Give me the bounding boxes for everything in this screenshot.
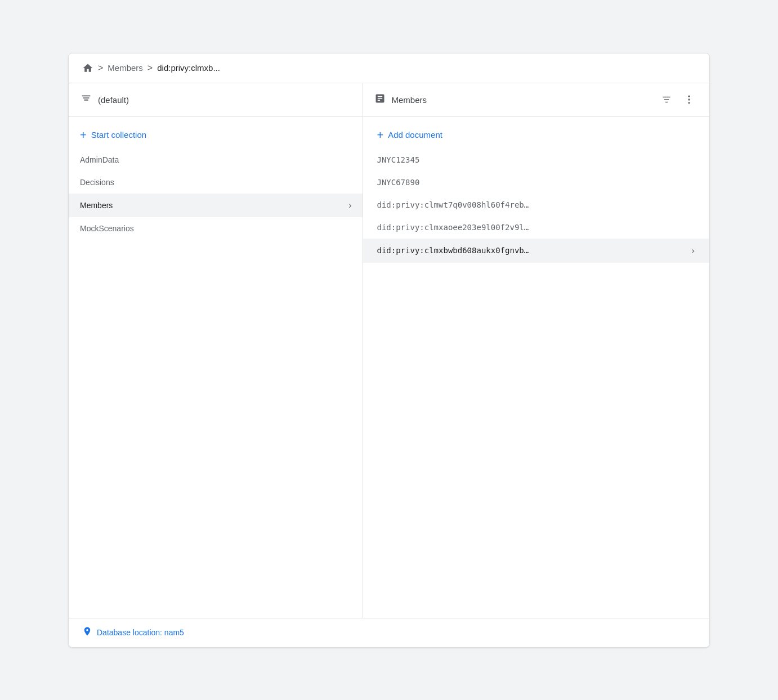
location-icon — [82, 626, 92, 639]
document-id-did-clmxaoee: did:privy:clmxaoee203e9l00f2v9l… — [377, 223, 529, 232]
right-panel-title: Members — [391, 95, 652, 105]
svg-point-2 — [688, 102, 690, 104]
right-panel-content: + Add document JNYC12345 JNYC67890 did:p… — [363, 117, 709, 618]
left-panel: (default) + Start collection AdminData D… — [69, 83, 363, 618]
add-document-button[interactable]: + Add document — [363, 122, 709, 149]
more-options-button[interactable] — [680, 91, 698, 109]
document-item-jnyc67890[interactable]: JNYC67890 — [363, 171, 709, 194]
breadcrumb-current: did:privy:clmxb... — [157, 63, 220, 73]
document-item-did-clmxbwbd[interactable]: did:privy:clmxbwbd608aukx0fgnvb… › — [363, 239, 709, 263]
collection-item-admindata[interactable]: AdminData — [69, 149, 363, 171]
home-icon[interactable] — [82, 62, 93, 74]
document-id-did-clmwt: did:privy:clmwt7q0v008hl60f4reb… — [377, 200, 529, 209]
footer-text: Database location: nam5 — [97, 628, 184, 637]
collection-item-members[interactable]: Members › — [69, 194, 363, 217]
right-panel: Members + Add — [363, 83, 709, 618]
document-icon — [374, 93, 386, 107]
app-footer: Database location: nam5 — [69, 618, 709, 647]
app-container: > Members > did:privy:clmxb... (default)… — [68, 53, 710, 648]
main-layout: (default) + Start collection AdminData D… — [69, 83, 709, 618]
document-id-jnyc12345: JNYC12345 — [377, 155, 419, 164]
document-id-jnyc67890: JNYC67890 — [377, 178, 419, 187]
right-panel-actions — [658, 91, 698, 109]
filter-button[interactable] — [658, 91, 676, 109]
breadcrumb-sep-2: > — [147, 63, 153, 73]
chevron-right-icon-doc: › — [690, 245, 696, 256]
start-collection-button[interactable]: + Start collection — [69, 122, 363, 149]
collection-name-members: Members — [80, 201, 113, 210]
collection-item-mockscenarios[interactable]: MockScenarios — [69, 217, 363, 240]
database-icon — [80, 92, 92, 107]
breadcrumb-sep-1: > — [98, 63, 103, 73]
start-collection-label: Start collection — [91, 130, 146, 140]
collection-name-admindata: AdminData — [80, 155, 119, 164]
svg-point-0 — [688, 96, 690, 97]
right-panel-header: Members — [363, 83, 709, 117]
left-panel-title: (default) — [98, 95, 351, 105]
add-document-label: Add document — [388, 130, 442, 140]
document-id-did-clmxbwbd: did:privy:clmxbwbd608aukx0fgnvb… — [377, 246, 529, 255]
left-panel-header: (default) — [69, 83, 363, 117]
svg-point-1 — [688, 98, 690, 100]
left-panel-content: + Start collection AdminData Decisions M… — [69, 117, 363, 618]
collection-name-mockscenarios: MockScenarios — [80, 224, 134, 233]
collection-name-decisions: Decisions — [80, 178, 114, 187]
chevron-right-icon: › — [348, 200, 351, 210]
add-doc-plus-icon: + — [377, 129, 383, 141]
breadcrumb: > Members > did:privy:clmxb... — [69, 53, 709, 83]
document-item-jnyc12345[interactable]: JNYC12345 — [363, 149, 709, 171]
document-item-did-clmxaoee[interactable]: did:privy:clmxaoee203e9l00f2v9l… — [363, 216, 709, 239]
collection-item-decisions[interactable]: Decisions — [69, 171, 363, 194]
plus-icon: + — [80, 129, 87, 141]
document-item-did-clmwt[interactable]: did:privy:clmwt7q0v008hl60f4reb… — [363, 194, 709, 216]
breadcrumb-members[interactable]: Members — [108, 63, 143, 73]
